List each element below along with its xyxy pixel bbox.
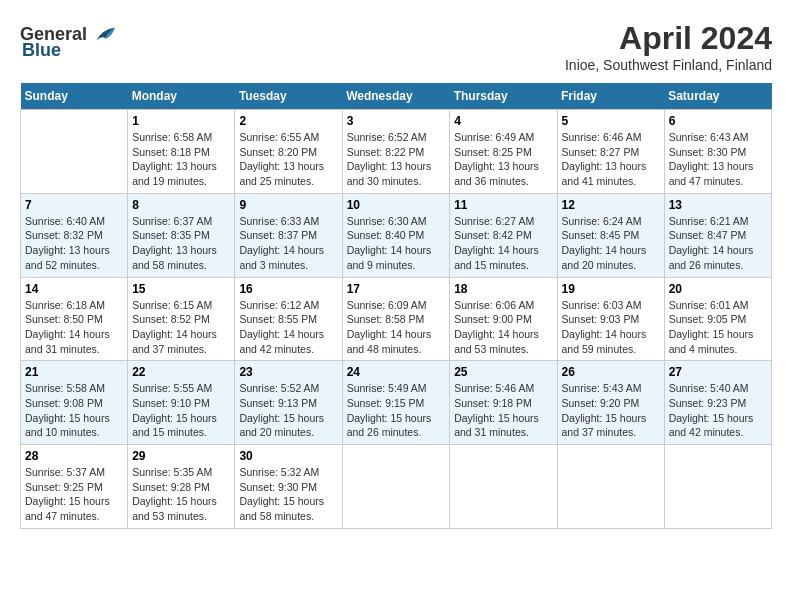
calendar-cell: 30Sunrise: 5:32 AM Sunset: 9:30 PM Dayli… (235, 445, 342, 529)
calendar-week-row: 7Sunrise: 6:40 AM Sunset: 8:32 PM Daylig… (21, 193, 772, 277)
day-info: Sunrise: 5:40 AM Sunset: 9:23 PM Dayligh… (669, 381, 767, 440)
calendar-cell: 19Sunrise: 6:03 AM Sunset: 9:03 PM Dayli… (557, 277, 664, 361)
day-number: 16 (239, 282, 337, 296)
day-number: 30 (239, 449, 337, 463)
day-info: Sunrise: 5:52 AM Sunset: 9:13 PM Dayligh… (239, 381, 337, 440)
weekday-header-tuesday: Tuesday (235, 83, 342, 110)
day-number: 26 (562, 365, 660, 379)
calendar-subtitle: Inioe, Southwest Finland, Finland (565, 57, 772, 73)
calendar-cell: 23Sunrise: 5:52 AM Sunset: 9:13 PM Dayli… (235, 361, 342, 445)
day-number: 28 (25, 449, 123, 463)
day-info: Sunrise: 6:12 AM Sunset: 8:55 PM Dayligh… (239, 298, 337, 357)
day-number: 29 (132, 449, 230, 463)
calendar-cell: 5Sunrise: 6:46 AM Sunset: 8:27 PM Daylig… (557, 110, 664, 194)
day-info: Sunrise: 6:21 AM Sunset: 8:47 PM Dayligh… (669, 214, 767, 273)
day-number: 1 (132, 114, 230, 128)
day-info: Sunrise: 5:35 AM Sunset: 9:28 PM Dayligh… (132, 465, 230, 524)
day-number: 4 (454, 114, 552, 128)
calendar-week-row: 21Sunrise: 5:58 AM Sunset: 9:08 PM Dayli… (21, 361, 772, 445)
day-info: Sunrise: 5:58 AM Sunset: 9:08 PM Dayligh… (25, 381, 123, 440)
calendar-week-row: 28Sunrise: 5:37 AM Sunset: 9:25 PM Dayli… (21, 445, 772, 529)
day-number: 22 (132, 365, 230, 379)
calendar-cell: 3Sunrise: 6:52 AM Sunset: 8:22 PM Daylig… (342, 110, 450, 194)
day-info: Sunrise: 6:18 AM Sunset: 8:50 PM Dayligh… (25, 298, 123, 357)
day-number: 6 (669, 114, 767, 128)
calendar-cell: 25Sunrise: 5:46 AM Sunset: 9:18 PM Dayli… (450, 361, 557, 445)
day-number: 17 (347, 282, 446, 296)
calendar-cell: 9Sunrise: 6:33 AM Sunset: 8:37 PM Daylig… (235, 193, 342, 277)
calendar-cell (21, 110, 128, 194)
day-number: 7 (25, 198, 123, 212)
day-info: Sunrise: 6:40 AM Sunset: 8:32 PM Dayligh… (25, 214, 123, 273)
day-number: 8 (132, 198, 230, 212)
calendar-cell: 28Sunrise: 5:37 AM Sunset: 9:25 PM Dayli… (21, 445, 128, 529)
day-info: Sunrise: 6:24 AM Sunset: 8:45 PM Dayligh… (562, 214, 660, 273)
calendar-cell (664, 445, 771, 529)
day-number: 2 (239, 114, 337, 128)
calendar-cell: 10Sunrise: 6:30 AM Sunset: 8:40 PM Dayli… (342, 193, 450, 277)
weekday-header-wednesday: Wednesday (342, 83, 450, 110)
calendar-cell: 29Sunrise: 5:35 AM Sunset: 9:28 PM Dayli… (128, 445, 235, 529)
day-info: Sunrise: 6:43 AM Sunset: 8:30 PM Dayligh… (669, 130, 767, 189)
calendar-table: SundayMondayTuesdayWednesdayThursdayFrid… (20, 83, 772, 529)
day-info: Sunrise: 6:52 AM Sunset: 8:22 PM Dayligh… (347, 130, 446, 189)
day-info: Sunrise: 5:49 AM Sunset: 9:15 PM Dayligh… (347, 381, 446, 440)
day-number: 15 (132, 282, 230, 296)
calendar-cell: 1Sunrise: 6:58 AM Sunset: 8:18 PM Daylig… (128, 110, 235, 194)
weekday-header-friday: Friday (557, 83, 664, 110)
day-number: 23 (239, 365, 337, 379)
calendar-cell: 13Sunrise: 6:21 AM Sunset: 8:47 PM Dayli… (664, 193, 771, 277)
calendar-cell: 15Sunrise: 6:15 AM Sunset: 8:52 PM Dayli… (128, 277, 235, 361)
calendar-week-row: 1Sunrise: 6:58 AM Sunset: 8:18 PM Daylig… (21, 110, 772, 194)
weekday-header-sunday: Sunday (21, 83, 128, 110)
calendar-cell: 24Sunrise: 5:49 AM Sunset: 9:15 PM Dayli… (342, 361, 450, 445)
calendar-week-row: 14Sunrise: 6:18 AM Sunset: 8:50 PM Dayli… (21, 277, 772, 361)
calendar-cell: 14Sunrise: 6:18 AM Sunset: 8:50 PM Dayli… (21, 277, 128, 361)
day-info: Sunrise: 5:32 AM Sunset: 9:30 PM Dayligh… (239, 465, 337, 524)
day-number: 19 (562, 282, 660, 296)
page-header: General Blue April 2024 Inioe, Southwest… (20, 20, 772, 73)
day-info: Sunrise: 6:58 AM Sunset: 8:18 PM Dayligh… (132, 130, 230, 189)
title-area: April 2024 Inioe, Southwest Finland, Fin… (565, 20, 772, 73)
day-number: 3 (347, 114, 446, 128)
day-number: 25 (454, 365, 552, 379)
calendar-title: April 2024 (565, 20, 772, 57)
calendar-cell: 18Sunrise: 6:06 AM Sunset: 9:00 PM Dayli… (450, 277, 557, 361)
day-info: Sunrise: 6:03 AM Sunset: 9:03 PM Dayligh… (562, 298, 660, 357)
day-number: 20 (669, 282, 767, 296)
day-info: Sunrise: 6:30 AM Sunset: 8:40 PM Dayligh… (347, 214, 446, 273)
day-info: Sunrise: 6:33 AM Sunset: 8:37 PM Dayligh… (239, 214, 337, 273)
weekday-header-row: SundayMondayTuesdayWednesdayThursdayFrid… (21, 83, 772, 110)
calendar-cell: 17Sunrise: 6:09 AM Sunset: 8:58 PM Dayli… (342, 277, 450, 361)
day-number: 12 (562, 198, 660, 212)
day-info: Sunrise: 6:06 AM Sunset: 9:00 PM Dayligh… (454, 298, 552, 357)
calendar-cell (342, 445, 450, 529)
weekday-header-monday: Monday (128, 83, 235, 110)
day-number: 18 (454, 282, 552, 296)
weekday-header-thursday: Thursday (450, 83, 557, 110)
calendar-cell: 26Sunrise: 5:43 AM Sunset: 9:20 PM Dayli… (557, 361, 664, 445)
calendar-cell: 20Sunrise: 6:01 AM Sunset: 9:05 PM Dayli… (664, 277, 771, 361)
logo-blue-text: Blue (22, 40, 61, 61)
calendar-cell: 7Sunrise: 6:40 AM Sunset: 8:32 PM Daylig… (21, 193, 128, 277)
day-number: 11 (454, 198, 552, 212)
day-info: Sunrise: 6:01 AM Sunset: 9:05 PM Dayligh… (669, 298, 767, 357)
day-info: Sunrise: 6:49 AM Sunset: 8:25 PM Dayligh… (454, 130, 552, 189)
calendar-cell: 2Sunrise: 6:55 AM Sunset: 8:20 PM Daylig… (235, 110, 342, 194)
weekday-header-saturday: Saturday (664, 83, 771, 110)
day-info: Sunrise: 6:09 AM Sunset: 8:58 PM Dayligh… (347, 298, 446, 357)
calendar-cell: 6Sunrise: 6:43 AM Sunset: 8:30 PM Daylig… (664, 110, 771, 194)
day-number: 24 (347, 365, 446, 379)
day-info: Sunrise: 6:46 AM Sunset: 8:27 PM Dayligh… (562, 130, 660, 189)
calendar-cell: 22Sunrise: 5:55 AM Sunset: 9:10 PM Dayli… (128, 361, 235, 445)
calendar-cell: 4Sunrise: 6:49 AM Sunset: 8:25 PM Daylig… (450, 110, 557, 194)
calendar-cell (557, 445, 664, 529)
day-number: 5 (562, 114, 660, 128)
day-number: 9 (239, 198, 337, 212)
logo-bird-icon (89, 20, 117, 48)
day-info: Sunrise: 5:37 AM Sunset: 9:25 PM Dayligh… (25, 465, 123, 524)
calendar-cell: 27Sunrise: 5:40 AM Sunset: 9:23 PM Dayli… (664, 361, 771, 445)
day-info: Sunrise: 5:46 AM Sunset: 9:18 PM Dayligh… (454, 381, 552, 440)
calendar-cell: 12Sunrise: 6:24 AM Sunset: 8:45 PM Dayli… (557, 193, 664, 277)
day-info: Sunrise: 6:15 AM Sunset: 8:52 PM Dayligh… (132, 298, 230, 357)
